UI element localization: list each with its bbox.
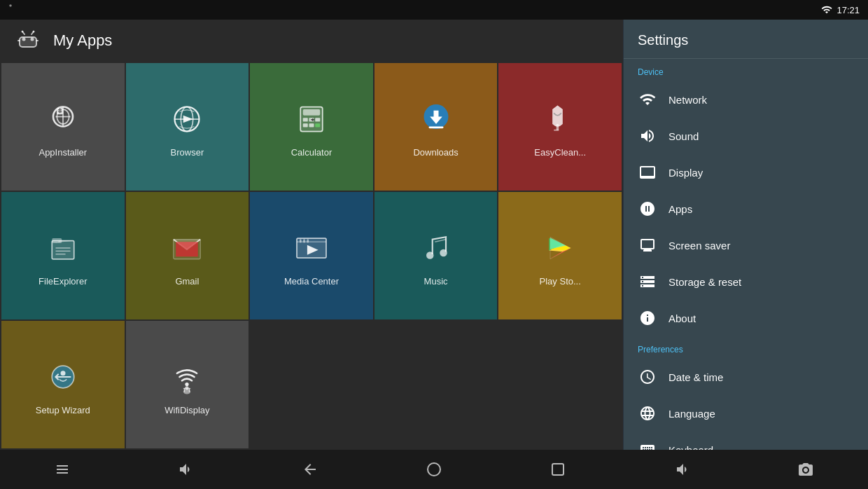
svg-rect-28: [303, 123, 308, 127]
header-title: My Apps: [53, 32, 112, 50]
status-bar: 17:21: [0, 0, 868, 20]
svg-point-9: [22, 31, 24, 33]
apps-label: Apps: [668, 203, 692, 215]
keyboard-label: Keyboard: [668, 444, 713, 450]
back-button[interactable]: [289, 455, 331, 483]
app-area: My Apps AppInstal: [0, 20, 623, 450]
app-tile-fileexplorer[interactable]: FileExplorer: [1, 192, 125, 319]
app-tile-mediacenter[interactable]: Media Center: [250, 192, 373, 319]
camera-button[interactable]: [785, 455, 827, 483]
network-icon: [638, 90, 657, 109]
app-tile-appinstaller[interactable]: AppInstaller: [1, 63, 125, 191]
fileexplorer-label: FileExplorer: [38, 276, 87, 287]
calculator-label: Calculator: [291, 147, 332, 158]
settings-item-screensaver[interactable]: Screen saver: [624, 227, 868, 263]
settings-panel: Settings Device Network Sound: [623, 20, 868, 450]
app-tile-wifidisplay[interactable]: WifiDisplay: [126, 321, 249, 448]
svg-rect-35: [556, 124, 559, 130]
svg-rect-0: [10, 5, 12, 7]
svg-point-10: [33, 31, 35, 33]
recent-icon: [54, 461, 71, 478]
svg-point-63: [428, 463, 440, 476]
display-icon: [638, 163, 657, 182]
overview-button[interactable]: [537, 455, 579, 483]
svg-point-58: [186, 386, 189, 390]
status-icons: 17:21: [821, 4, 860, 15]
music-label: Music: [424, 276, 448, 287]
display-label: Display: [668, 167, 703, 179]
svg-rect-64: [552, 464, 564, 475]
screensaver-icon: [638, 235, 657, 255]
appinstaller-label: AppInstaller: [38, 147, 87, 158]
volume-nav-button[interactable]: [165, 455, 207, 483]
app-tile-setupwizard[interactable]: Setup Wizard: [1, 321, 125, 448]
screensaver-label: Screen saver: [668, 240, 730, 252]
downloads-label: Downloads: [413, 147, 458, 158]
svg-rect-61: [645, 177, 650, 178]
svg-point-54: [60, 371, 65, 376]
downloads-icon: [416, 99, 456, 139]
app-grid: AppInstaller Browser: [0, 62, 623, 450]
network-label: Network: [668, 94, 707, 106]
volume-down-button[interactable]: [661, 455, 703, 483]
datetime-label: Date & time: [668, 371, 723, 383]
app-tile-calculator[interactable]: Calculator: [250, 63, 373, 191]
app-tile-playstore[interactable]: Play Sto...: [498, 192, 622, 319]
app-tile-easycleaner[interactable]: EasyClean...: [498, 63, 622, 191]
about-label: About: [668, 312, 696, 324]
app-tile-downloads[interactable]: Downloads: [374, 63, 498, 191]
datetime-icon: [638, 367, 657, 387]
sound-icon: [638, 126, 657, 146]
svg-rect-24: [303, 109, 321, 116]
keyboard-icon: [638, 440, 657, 450]
settings-section-device: Device: [624, 59, 868, 81]
settings-item-keyboard[interactable]: Keyboard: [624, 432, 868, 450]
svg-rect-25: [303, 118, 308, 121]
settings-item-sound[interactable]: Sound: [624, 118, 868, 154]
svg-rect-62: [644, 178, 651, 179]
language-icon: [638, 404, 657, 423]
svg-point-55: [186, 382, 189, 385]
settings-item-network[interactable]: Network: [624, 81, 868, 118]
svg-line-49: [435, 239, 446, 242]
apps-icon: [638, 199, 657, 219]
recent-apps-button[interactable]: [41, 455, 83, 483]
appinstaller-icon: [43, 99, 83, 139]
svg-point-51: [440, 249, 447, 256]
volume-nav-icon: [178, 461, 195, 478]
setupwizard-label: Setup Wizard: [36, 405, 90, 415]
svg-rect-38: [52, 238, 62, 243]
app-tile-music[interactable]: Music: [374, 192, 498, 319]
storage-icon: [638, 272, 657, 291]
volume-down-icon: [673, 461, 690, 478]
wifi-status-icon: [821, 4, 832, 15]
playstore-label: Play Sto...: [540, 276, 581, 287]
settings-item-storage[interactable]: Storage & reset: [624, 263, 868, 300]
mediacenter-icon: [292, 228, 331, 268]
wifidisplay-label: WifiDisplay: [164, 405, 209, 415]
app-tile-gmail[interactable]: Gmail: [126, 192, 249, 319]
settings-item-apps[interactable]: Apps: [624, 191, 868, 227]
playstore-icon: [540, 228, 580, 268]
app-tile-browser[interactable]: Browser: [126, 63, 249, 191]
settings-title: Settings: [624, 20, 868, 59]
svg-rect-4: [20, 37, 36, 47]
status-time: 17:21: [836, 5, 860, 15]
settings-item-datetime[interactable]: Date & time: [624, 359, 868, 395]
fileexplorer-icon: [43, 228, 83, 268]
music-icon: [416, 228, 456, 268]
home-button[interactable]: [413, 455, 455, 483]
myapps-android-icon: [14, 27, 42, 55]
calculator-icon: [292, 99, 331, 139]
svg-marker-22: [183, 115, 193, 123]
settings-item-about[interactable]: About: [624, 300, 868, 336]
easycleaner-label: EasyClean...: [534, 147, 586, 158]
app-header: My Apps: [0, 20, 623, 62]
settings-section-preferences: Preferences: [624, 336, 868, 359]
wifidisplay-icon: [167, 357, 206, 397]
settings-item-language[interactable]: Language: [624, 395, 868, 432]
settings-item-display[interactable]: Display: [624, 154, 868, 191]
home-icon: [426, 461, 442, 478]
svg-rect-34: [428, 126, 443, 128]
main-area: My Apps AppInstal: [0, 20, 868, 450]
